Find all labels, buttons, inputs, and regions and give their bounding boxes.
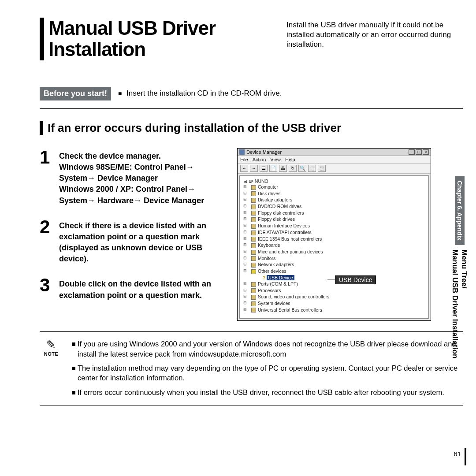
selected-device[interactable]: USB Device [267, 275, 294, 280]
tree-item-usb-device[interactable]: ? USB Device USB Device [242, 275, 426, 281]
tree-item[interactable]: Network adapters [242, 261, 426, 268]
bullet-icon: ■ [118, 90, 122, 97]
tree-root[interactable]: ⊟ 🖳 NUNO [242, 178, 426, 184]
tree-item[interactable]: Monitors [242, 255, 426, 262]
step-number: 3 [40, 276, 59, 294]
page-subtitle: Install the USB driver manually if it co… [286, 18, 463, 49]
steps-column: 1 Check the device manager. Windows 98SE… [40, 148, 229, 312]
step-number: 2 [40, 218, 59, 236]
tree-item[interactable]: IDE ATA/ATAPI controllers [242, 229, 426, 236]
before-item: ■ Insert the installation CD in the CD-R… [118, 89, 282, 98]
tree-item[interactable]: Ports (COM & LPT) [242, 281, 426, 287]
toolbar: ← → ☰ 📄 🖶 ↻ 🔍 ⬚ ⬚ [238, 164, 431, 174]
tool-icon[interactable]: ☰ [260, 165, 268, 172]
properties-icon[interactable]: 📄 [269, 165, 277, 172]
tree-item[interactable]: Human Interface Devices [242, 223, 426, 229]
section-heading: If an error occurs during installation o… [40, 121, 463, 135]
print-icon[interactable]: 🖶 [279, 165, 287, 172]
scan-icon[interactable]: 🔍 [298, 165, 306, 172]
tree-item[interactable]: Computer [242, 184, 426, 190]
step-text: Double click on the device listed with a… [59, 276, 229, 301]
tree-item[interactable]: IEEE 1394 Bus host controllers [242, 236, 426, 242]
device-tree[interactable]: ⊟ 🖳 NUNO Computer Disk drives Display ad… [239, 175, 429, 319]
minimize-button[interactable]: _ [409, 149, 415, 155]
side-tab: Chapter 6. Appendix Menu Tree/ Manual US… [452, 176, 467, 441]
maximize-button[interactable]: □ [416, 149, 422, 155]
tree-item-other-devices[interactable]: Other devices [242, 268, 426, 275]
tree-item[interactable]: Keyboards [242, 242, 426, 249]
step-2: 2 Check if there is a device listed with… [40, 218, 229, 265]
window-title-text: Device Manager [246, 149, 282, 155]
before-you-start-row: Before you start! ■ Insert the installat… [40, 87, 463, 109]
tree-item[interactable]: Sound, video and game controllers [242, 294, 426, 300]
note-box: ✎ NOTE ■If you are using Windows 2000 an… [40, 331, 463, 405]
tree-item[interactable]: Universal Serial Bus controllers [242, 307, 426, 313]
tree-item[interactable]: Mice and other pointing devices [242, 249, 426, 255]
step-number: 1 [40, 148, 59, 167]
menu-help[interactable]: Help [285, 157, 295, 162]
device-manager-window: Device Manager _ □ × File Action View He… [237, 148, 431, 321]
step-text: Check the device manager. Windows 98SE/M… [59, 148, 229, 206]
step-text: Check if there is a device listed with a… [59, 218, 229, 265]
note-icon: ✎ [40, 339, 63, 350]
step-3: 3 Double click on the device listed with… [40, 276, 229, 301]
page-title: Manual USB Driver Installation [48, 18, 281, 60]
tree-item[interactable]: Disk drives [242, 190, 426, 197]
tree-item[interactable]: Processors [242, 287, 426, 294]
note-left: ✎ NOTE [40, 339, 63, 397]
close-button[interactable]: × [423, 149, 429, 155]
step-1: 1 Check the device manager. Windows 98SE… [40, 148, 229, 206]
refresh-icon[interactable]: ↻ [289, 165, 297, 172]
page-header: Manual USB Driver Installation Install t… [40, 18, 463, 60]
section-tab: Menu Tree/ Manual USB Driver Installatio… [450, 245, 469, 363]
content-row: 1 Check the device manager. Windows 98SE… [40, 148, 463, 321]
window-buttons: _ □ × [409, 149, 429, 155]
tool-icon[interactable]: ⬚ [318, 165, 326, 172]
before-text: Insert the installation CD in the CD-ROM… [126, 89, 282, 97]
menu-view[interactable]: View [270, 157, 281, 162]
note-item: ■If errors occur continuously when you i… [71, 387, 463, 397]
tree-item[interactable]: Display adapters [242, 197, 426, 203]
note-label: NOTE [40, 351, 63, 357]
tree-item[interactable]: Floppy disk drives [242, 216, 426, 223]
note-list: ■If you are using Windows 2000 and your … [71, 339, 463, 397]
tree-item[interactable]: Floppy disk controllers [242, 210, 426, 216]
page-number: 61 [454, 448, 466, 465]
back-button[interactable]: ← [240, 165, 248, 172]
tree-item[interactable]: System devices [242, 300, 426, 307]
before-badge: Before you start! [40, 87, 111, 100]
tree-item[interactable]: DVD/CD-ROM drives [242, 203, 426, 210]
system-icon [239, 149, 245, 155]
note-item: ■The installation method may vary depend… [71, 363, 463, 383]
tool-icon[interactable]: ⬚ [308, 165, 316, 172]
menu-file[interactable]: File [240, 157, 248, 162]
window-titlebar: Device Manager _ □ × [238, 149, 431, 156]
note-item: ■If you are using Windows 2000 and your … [71, 339, 463, 359]
menu-action[interactable]: Action [253, 157, 266, 162]
forward-button[interactable]: → [250, 165, 258, 172]
menu-bar: File Action View Help [238, 156, 431, 164]
chapter-tab: Chapter 6. Appendix [455, 176, 465, 245]
